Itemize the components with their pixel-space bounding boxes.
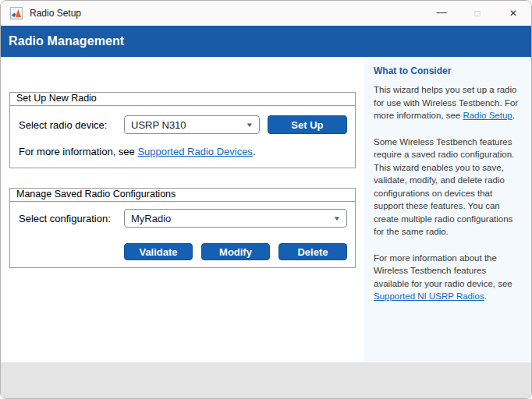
supported-radio-devices-link[interactable]: Supported Radio Devices bbox=[137, 146, 252, 157]
manage-configurations-group: Manage Saved Radio Configurations Select… bbox=[9, 188, 356, 268]
sidebar-paragraph-1: This wizard helps you set up a radio for… bbox=[374, 83, 520, 122]
main-panel: Set Up New Radio Select radio device: US… bbox=[1, 57, 364, 362]
modify-button[interactable]: Modify bbox=[201, 243, 270, 260]
setup-info-suffix: . bbox=[253, 146, 256, 157]
page-title: Radio Management bbox=[9, 34, 124, 48]
sidebar-heading: What to Consider bbox=[374, 65, 520, 76]
chevron-down-icon: ▼ bbox=[333, 215, 342, 222]
sidebar-paragraph-3: For more information about the Wireless … bbox=[374, 252, 520, 303]
dialog-footer bbox=[1, 362, 531, 398]
close-icon: ✕ bbox=[509, 8, 517, 19]
manage-group-title: Manage Saved Radio Configurations bbox=[10, 189, 355, 202]
setup-info-prefix: For more information, see bbox=[19, 146, 137, 157]
setup-info-line: For more information, see Supported Radi… bbox=[10, 134, 355, 168]
minimize-icon: — bbox=[437, 6, 447, 18]
matlab-app-icon bbox=[10, 7, 23, 19]
configuration-dropdown[interactable]: MyRadio ▼ bbox=[124, 209, 347, 228]
radio-device-dropdown[interactable]: USRP N310 ▼ bbox=[124, 115, 260, 134]
sidebar-p1-suffix: . bbox=[512, 111, 515, 120]
setup-group-title: Set Up New Radio bbox=[10, 93, 355, 106]
validate-button[interactable]: Validate bbox=[124, 243, 193, 260]
help-sidebar: What to Consider This wizard helps you s… bbox=[364, 57, 531, 362]
close-button[interactable]: ✕ bbox=[495, 1, 531, 26]
device-select-label: Select radio device: bbox=[19, 119, 124, 131]
set-up-button[interactable]: Set Up bbox=[268, 115, 347, 134]
chevron-down-icon: ▼ bbox=[245, 122, 254, 129]
page-header: Radio Management bbox=[1, 26, 531, 57]
sidebar-p3-text: For more information about the Wireless … bbox=[374, 253, 512, 288]
configuration-actions-row: Validate Modify Delete bbox=[10, 228, 355, 267]
maximize-icon: □ bbox=[474, 8, 480, 19]
delete-button[interactable]: Delete bbox=[278, 243, 347, 260]
dialog-body: Set Up New Radio Select radio device: US… bbox=[1, 57, 531, 362]
config-select-row: Select configuration: MyRadio ▼ bbox=[10, 202, 355, 228]
radio-setup-window: Radio Setup — □ ✕ Radio Management Set U… bbox=[0, 0, 532, 399]
device-select-row: Select radio device: USRP N310 ▼ Set Up bbox=[10, 106, 355, 134]
sidebar-p3-suffix: . bbox=[484, 291, 487, 301]
config-select-label: Select configuration: bbox=[19, 213, 124, 224]
minimize-button[interactable]: — bbox=[424, 1, 459, 26]
window-title: Radio Setup bbox=[30, 8, 81, 19]
setup-new-radio-group: Set Up New Radio Select radio device: US… bbox=[9, 92, 356, 168]
maximize-button: □ bbox=[459, 1, 495, 26]
radio-setup-link[interactable]: Radio Setup bbox=[463, 111, 512, 120]
radio-device-value: USRP N310 bbox=[131, 119, 242, 131]
titlebar: Radio Setup — □ ✕ bbox=[1, 1, 531, 26]
sidebar-paragraph-2: Some Wireless Testbench features require… bbox=[374, 136, 520, 238]
supported-ni-usrp-radios-link[interactable]: Supported NI USRP Radios bbox=[374, 291, 484, 301]
configuration-value: MyRadio bbox=[131, 213, 329, 224]
